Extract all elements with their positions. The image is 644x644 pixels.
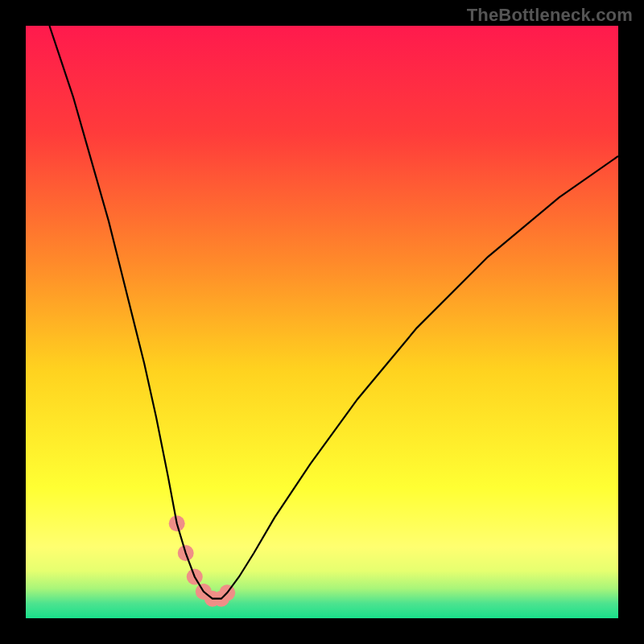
chart-plot-area [26,26,618,618]
chart-frame: TheBottleneck.com [0,0,644,644]
chart-background [26,26,618,618]
watermark-text: TheBottleneck.com [467,5,633,26]
chart-svg [26,26,618,618]
